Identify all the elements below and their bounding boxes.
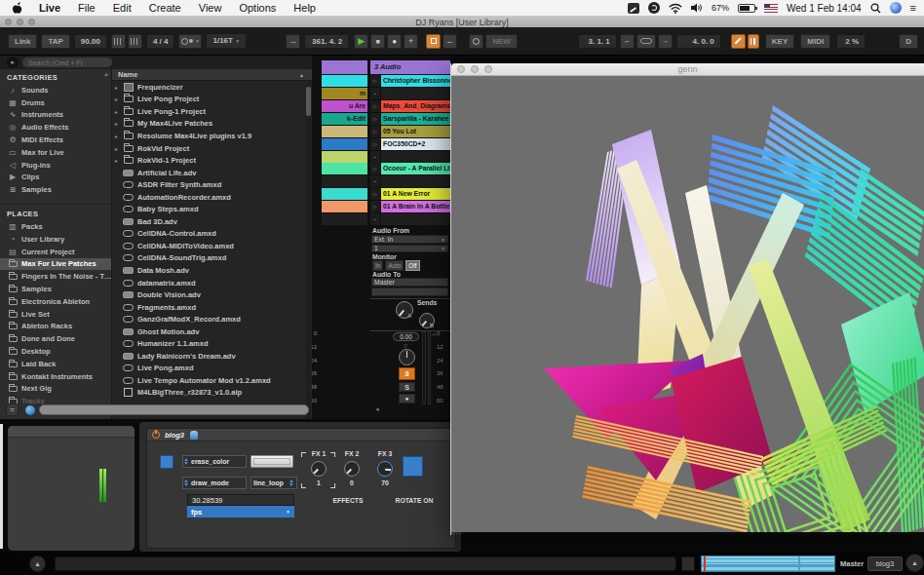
clip-slot[interactable]: ▷01 A New Error — [370, 188, 450, 200]
clip-slot[interactable]: ▷Christopher Bissonnette — [370, 75, 450, 87]
file-celldna-miditovideo-amxd[interactable]: CellDNA-MIDIToVideo.amxd — [112, 240, 312, 252]
punch-position-display[interactable]: 3. 1. 1 — [578, 34, 617, 49]
menu-live[interactable]: Live — [30, 0, 69, 17]
clip-slot[interactable]: ▷05 You Lot — [370, 126, 450, 137]
apple-icon[interactable] — [0, 2, 30, 15]
loop-button[interactable] — [636, 34, 656, 49]
solo-button[interactable]: S — [399, 382, 415, 392]
erase-color-swatch[interactable] — [250, 455, 293, 468]
clip-view-selector-icon[interactable]: ≈ — [6, 403, 19, 416]
device-tab[interactable]: blog3 — [867, 556, 903, 571]
genn-titlebar[interactable]: genn — [451, 63, 924, 76]
clip-play-icon[interactable]: ▷ — [370, 113, 381, 125]
place-current-project[interactable]: ▤Current Project — [0, 246, 111, 258]
category-max-for-live[interactable]: ▭Max for Live — [0, 146, 111, 159]
stepper-icon[interactable] — [184, 458, 190, 465]
neighbor-clip-slot[interactable]: k-Edit — [322, 113, 367, 125]
category-midi-effects[interactable]: ⚙MIDI Effects — [0, 134, 111, 146]
category-drums[interactable]: ▦Drums — [0, 96, 111, 109]
disclosure-icon[interactable]: ▸ — [115, 84, 122, 91]
file-asdr-filter-synth-amxd[interactable]: ASDR Filter Synth.amxd — [112, 178, 312, 191]
record-app-icon[interactable] — [648, 2, 660, 14]
stepper-icon[interactable] — [184, 479, 190, 486]
show-hide-detail-icon[interactable]: ▲ — [29, 556, 46, 572]
pan-knob[interactable] — [399, 349, 415, 365]
device-view-selector-icon[interactable] — [25, 405, 35, 415]
follow-actions-button[interactable] — [748, 34, 759, 49]
menubar-clock[interactable]: Wed 1 Feb 14:04 — [787, 3, 862, 14]
disclosure-icon[interactable]: ▸ — [115, 108, 122, 115]
category-audio-effects[interactable]: ◎Audio Effects — [0, 121, 111, 134]
clip-slot[interactable]: ▷01 A Brain In A Bottle — [370, 201, 450, 212]
send-a-knob[interactable]: A — [396, 301, 413, 319]
draw-mode-value-menu[interactable]: line_loop — [250, 477, 297, 489]
output-chooser[interactable]: Master — [371, 278, 448, 287]
menu-file[interactable]: File — [69, 0, 104, 17]
clip-play-icon[interactable]: ▷ — [370, 75, 381, 87]
nudge-down-button[interactable] — [111, 34, 126, 49]
neighbor-clip-slot[interactable] — [322, 201, 367, 212]
stop-button[interactable]: ■ — [370, 34, 385, 49]
menu-edit[interactable]: Edit — [104, 0, 140, 17]
stop-slot[interactable]: ▪ — [370, 88, 450, 99]
track-activator-button[interactable]: 3 — [399, 367, 415, 380]
disclosure-icon[interactable]: ▸ — [115, 120, 122, 127]
file-live-pong-project[interactable]: ▸Live Pong Project — [112, 94, 312, 106]
clip-play-icon[interactable]: ▷ — [370, 100, 381, 112]
metronome-icon[interactable]: ▼ — [178, 34, 202, 49]
live-window-titlebar[interactable]: DJ Ryans [User Library] — [0, 17, 924, 27]
search-input[interactable] — [21, 57, 113, 68]
monitor-off[interactable]: Off — [405, 260, 419, 271]
menu-create[interactable]: Create — [140, 0, 190, 17]
file-live-pong-1-project[interactable]: ▸Live Pong-1 Project — [112, 105, 312, 118]
disclosure-icon[interactable]: ▸ — [115, 96, 122, 102]
clip-slot[interactable]: ▷Ocoeur - A Parallel Life — [370, 163, 450, 174]
file-m4lbigthree-r32873-v1-0-alp[interactable]: M4LBigThree_r32873_v1.0.alp — [112, 387, 312, 400]
draw-mode-menu[interactable]: draw_mode — [182, 477, 247, 489]
stop-slot[interactable]: ▪ — [370, 175, 450, 187]
place-kontakt-instruments[interactable]: Kontakt Instruments — [0, 370, 111, 383]
file-lady-rainicorn-s-dream-adv[interactable]: Lady Rainicorn's Dream.adv — [112, 350, 312, 363]
file-frequencizer[interactable]: ▸Frequencizer — [112, 81, 312, 94]
neighbor-track-header[interactable] — [322, 60, 367, 74]
category-instruments[interactable]: ∿Instruments — [0, 109, 111, 122]
link-button[interactable]: Link — [8, 34, 37, 49]
place-ableton-racks[interactable]: Ableton Racks — [0, 321, 111, 333]
clip-slot[interactable]: ▷FOC350CD+2 — [370, 138, 450, 150]
file-rokvid-1-project[interactable]: ▸RokVid-1 Project — [112, 154, 312, 167]
clip-stop-icon[interactable]: ▪ — [370, 151, 381, 163]
record-button[interactable]: ● — [387, 34, 402, 49]
input-channel-chooser[interactable]: 1▼ — [371, 245, 448, 252]
session-record-button[interactable] — [469, 34, 483, 49]
clip-play-icon[interactable]: ▷ — [370, 188, 381, 200]
category-sounds[interactable]: ♪Sounds — [0, 84, 111, 96]
stepper-icon[interactable] — [289, 479, 295, 486]
time-signature-display[interactable]: 4 / 4 — [146, 34, 175, 49]
clip-play-icon[interactable]: ▷ — [370, 201, 381, 212]
follow-button[interactable]: → — [286, 34, 300, 49]
device-titlebar[interactable]: blog3 — [147, 429, 455, 441]
param-dropdown[interactable]: fps▼ — [187, 506, 294, 518]
disk-overload-indicator[interactable]: D — [899, 34, 918, 49]
stop-slot[interactable]: ▪ — [370, 213, 450, 225]
category-plug-ins[interactable]: ◁Plug-ins — [0, 159, 111, 172]
place-done-and-done[interactable]: Done and Done — [0, 332, 111, 345]
stop-slot[interactable]: ▪ — [370, 151, 450, 163]
neighbor-clip-slot[interactable] — [322, 175, 367, 187]
clip-stop-icon[interactable]: ▪ — [370, 88, 381, 99]
clip-play-icon[interactable]: ▷ — [370, 126, 381, 137]
volume-icon[interactable] — [691, 3, 703, 13]
neighbor-clip-slot[interactable]: u Are — [322, 100, 367, 112]
file-fragments-amxd[interactable]: Fragments.amxd — [112, 301, 312, 314]
category-samples[interactable]: ≋Samples — [0, 183, 111, 196]
input-language-flag-icon[interactable] — [764, 4, 778, 13]
file-my-max4live-patches[interactable]: ▸My Max4Live Patches — [112, 118, 312, 131]
show-hide-device-icon[interactable]: ▲ — [905, 554, 924, 572]
menu-view[interactable]: View — [190, 0, 231, 17]
clip-play-icon[interactable]: ▷ — [370, 138, 381, 150]
place-electronica-ableton[interactable]: Electronica Ableton — [0, 295, 111, 308]
loop-length-display[interactable]: 4. 0. 0 — [676, 34, 721, 49]
browser-horizontal-scrollbar[interactable] — [39, 404, 309, 415]
file-ghost-motion-adv[interactable]: Ghost Motion.adv — [112, 326, 312, 338]
file-resolume-max4live-plugins-v1-9[interactable]: ▸Resolume Max4Live plugins v1.9 — [112, 130, 312, 142]
